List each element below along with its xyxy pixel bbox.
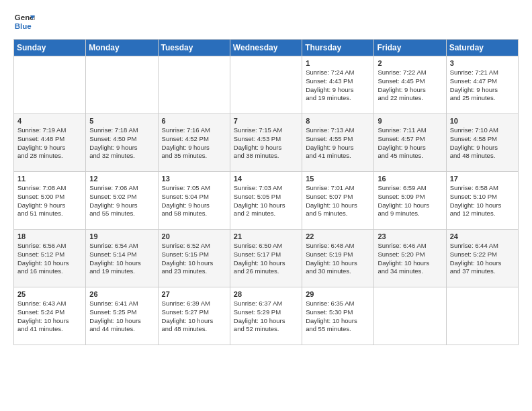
cell-content: Sunrise: 7:22 AM Sunset: 4:45 PM Dayligh…: [378, 68, 442, 103]
day-header-sunday: Sunday: [14, 40, 86, 56]
calendar-cell: 16Sunrise: 6:59 AM Sunset: 5:09 PM Dayli…: [374, 172, 446, 230]
day-number: 15: [306, 175, 370, 183]
day-number: 12: [89, 175, 154, 183]
day-number: 18: [17, 232, 82, 240]
calendar-cell: 10Sunrise: 7:10 AM Sunset: 4:58 PM Dayli…: [446, 114, 518, 172]
day-number: 13: [162, 175, 226, 183]
cell-content: Sunrise: 6:48 AM Sunset: 5:19 PM Dayligh…: [306, 242, 370, 276]
calendar-cell: 12Sunrise: 7:06 AM Sunset: 5:02 PM Dayli…: [86, 172, 158, 230]
cell-content: Sunrise: 6:39 AM Sunset: 5:27 PM Dayligh…: [162, 300, 226, 334]
cell-content: Sunrise: 7:10 AM Sunset: 4:58 PM Dayligh…: [450, 126, 515, 161]
day-number: 17: [450, 175, 515, 183]
calendar-cell: [446, 287, 518, 345]
day-number: 16: [378, 175, 442, 183]
day-number: 24: [450, 232, 515, 240]
calendar-cell: [374, 287, 446, 345]
calendar-cell: 19Sunrise: 6:54 AM Sunset: 5:14 PM Dayli…: [86, 230, 158, 287]
cell-content: Sunrise: 7:03 AM Sunset: 5:05 PM Dayligh…: [234, 184, 298, 218]
logo: General Blue: [13, 11, 35, 32]
cell-content: Sunrise: 7:01 AM Sunset: 5:07 PM Dayligh…: [306, 184, 370, 218]
cell-content: Sunrise: 6:35 AM Sunset: 5:30 PM Dayligh…: [306, 300, 370, 334]
calendar-cell: 15Sunrise: 7:01 AM Sunset: 5:07 PM Dayli…: [302, 172, 374, 230]
cell-content: Sunrise: 6:37 AM Sunset: 5:29 PM Dayligh…: [234, 300, 298, 334]
day-number: 10: [450, 117, 515, 125]
day-header-thursday: Thursday: [302, 40, 374, 56]
calendar-cell: 23Sunrise: 6:46 AM Sunset: 5:20 PM Dayli…: [374, 230, 446, 287]
calendar-cell: 24Sunrise: 6:44 AM Sunset: 5:22 PM Dayli…: [446, 230, 518, 287]
cell-content: Sunrise: 6:50 AM Sunset: 5:17 PM Dayligh…: [234, 242, 298, 276]
day-number: 9: [378, 117, 442, 125]
day-number: 22: [306, 232, 370, 240]
calendar-cell: 1Sunrise: 7:24 AM Sunset: 4:43 PM Daylig…: [302, 56, 374, 114]
day-number: 19: [89, 232, 154, 240]
day-number: 21: [234, 232, 298, 240]
cell-content: Sunrise: 7:05 AM Sunset: 5:04 PM Dayligh…: [162, 184, 226, 218]
cell-content: Sunrise: 6:59 AM Sunset: 5:09 PM Dayligh…: [378, 184, 442, 218]
calendar-cell: 7Sunrise: 7:15 AM Sunset: 4:53 PM Daylig…: [230, 114, 302, 172]
calendar-cell: 14Sunrise: 7:03 AM Sunset: 5:05 PM Dayli…: [230, 172, 302, 230]
cell-content: Sunrise: 6:58 AM Sunset: 5:10 PM Dayligh…: [450, 184, 515, 218]
calendar-cell: 25Sunrise: 6:43 AM Sunset: 5:24 PM Dayli…: [14, 287, 86, 345]
page-header: General Blue: [13, 11, 519, 32]
calendar-week-5: 25Sunrise: 6:43 AM Sunset: 5:24 PM Dayli…: [14, 287, 519, 345]
calendar-week-3: 11Sunrise: 7:08 AM Sunset: 5:00 PM Dayli…: [14, 172, 519, 230]
day-number: 1: [306, 59, 370, 67]
svg-text:Blue: Blue: [15, 22, 32, 30]
day-number: 28: [234, 290, 298, 298]
calendar-cell: 4Sunrise: 7:19 AM Sunset: 4:48 PM Daylig…: [14, 114, 86, 172]
logo-icon: General Blue: [13, 11, 35, 32]
cell-content: Sunrise: 7:06 AM Sunset: 5:02 PM Dayligh…: [89, 184, 154, 218]
day-number: 23: [378, 232, 442, 240]
day-number: 5: [89, 117, 154, 125]
calendar-week-1: 1Sunrise: 7:24 AM Sunset: 4:43 PM Daylig…: [14, 56, 519, 114]
cell-content: Sunrise: 6:44 AM Sunset: 5:22 PM Dayligh…: [450, 242, 515, 276]
calendar-cell: 11Sunrise: 7:08 AM Sunset: 5:00 PM Dayli…: [14, 172, 86, 230]
calendar-cell: 9Sunrise: 7:11 AM Sunset: 4:57 PM Daylig…: [374, 114, 446, 172]
day-number: 11: [17, 175, 82, 183]
day-number: 3: [450, 59, 515, 67]
cell-content: Sunrise: 7:15 AM Sunset: 4:53 PM Dayligh…: [234, 126, 298, 161]
calendar-cell: 21Sunrise: 6:50 AM Sunset: 5:17 PM Dayli…: [230, 230, 302, 287]
cell-content: Sunrise: 7:13 AM Sunset: 4:55 PM Dayligh…: [306, 126, 370, 161]
day-number: 20: [162, 232, 226, 240]
calendar-cell: 3Sunrise: 7:21 AM Sunset: 4:47 PM Daylig…: [446, 56, 518, 114]
day-number: 27: [162, 290, 226, 298]
calendar-cell: 8Sunrise: 7:13 AM Sunset: 4:55 PM Daylig…: [302, 114, 374, 172]
calendar-cell: [230, 56, 302, 114]
calendar-cell: [14, 56, 86, 114]
day-number: 4: [17, 117, 82, 125]
cell-content: Sunrise: 6:41 AM Sunset: 5:25 PM Dayligh…: [89, 300, 154, 334]
calendar-cell: 20Sunrise: 6:52 AM Sunset: 5:15 PM Dayli…: [158, 230, 230, 287]
calendar-cell: 5Sunrise: 7:18 AM Sunset: 4:50 PM Daylig…: [86, 114, 158, 172]
day-header-friday: Friday: [374, 40, 446, 56]
calendar-cell: 2Sunrise: 7:22 AM Sunset: 4:45 PM Daylig…: [374, 56, 446, 114]
calendar-cell: 26Sunrise: 6:41 AM Sunset: 5:25 PM Dayli…: [86, 287, 158, 345]
cell-content: Sunrise: 7:19 AM Sunset: 4:48 PM Dayligh…: [17, 126, 82, 161]
calendar-cell: 29Sunrise: 6:35 AM Sunset: 5:30 PM Dayli…: [302, 287, 374, 345]
calendar-week-4: 18Sunrise: 6:56 AM Sunset: 5:12 PM Dayli…: [14, 230, 519, 287]
day-header-tuesday: Tuesday: [158, 40, 230, 56]
day-number: 14: [234, 175, 298, 183]
day-header-wednesday: Wednesday: [230, 40, 302, 56]
cell-content: Sunrise: 7:08 AM Sunset: 5:00 PM Dayligh…: [17, 184, 82, 218]
cell-content: Sunrise: 6:54 AM Sunset: 5:14 PM Dayligh…: [89, 242, 154, 276]
day-number: 8: [306, 117, 370, 125]
calendar-cell: 28Sunrise: 6:37 AM Sunset: 5:29 PM Dayli…: [230, 287, 302, 345]
calendar-cell: 27Sunrise: 6:39 AM Sunset: 5:27 PM Dayli…: [158, 287, 230, 345]
calendar-cell: 22Sunrise: 6:48 AM Sunset: 5:19 PM Dayli…: [302, 230, 374, 287]
calendar-cell: [158, 56, 230, 114]
day-number: 2: [378, 59, 442, 67]
cell-content: Sunrise: 6:43 AM Sunset: 5:24 PM Dayligh…: [17, 300, 82, 334]
calendar-cell: 13Sunrise: 7:05 AM Sunset: 5:04 PM Dayli…: [158, 172, 230, 230]
calendar-cell: 6Sunrise: 7:16 AM Sunset: 4:52 PM Daylig…: [158, 114, 230, 172]
day-header-saturday: Saturday: [446, 40, 518, 56]
day-number: 25: [17, 290, 82, 298]
day-number: 7: [234, 117, 298, 125]
cell-content: Sunrise: 7:11 AM Sunset: 4:57 PM Dayligh…: [378, 126, 442, 161]
calendar-week-2: 4Sunrise: 7:19 AM Sunset: 4:48 PM Daylig…: [14, 114, 519, 172]
cell-content: Sunrise: 7:18 AM Sunset: 4:50 PM Dayligh…: [89, 126, 154, 161]
cell-content: Sunrise: 6:46 AM Sunset: 5:20 PM Dayligh…: [378, 242, 442, 276]
calendar-table: SundayMondayTuesdayWednesdayThursdayFrid…: [13, 39, 519, 345]
cell-content: Sunrise: 7:21 AM Sunset: 4:47 PM Dayligh…: [450, 68, 515, 103]
calendar-cell: [86, 56, 158, 114]
